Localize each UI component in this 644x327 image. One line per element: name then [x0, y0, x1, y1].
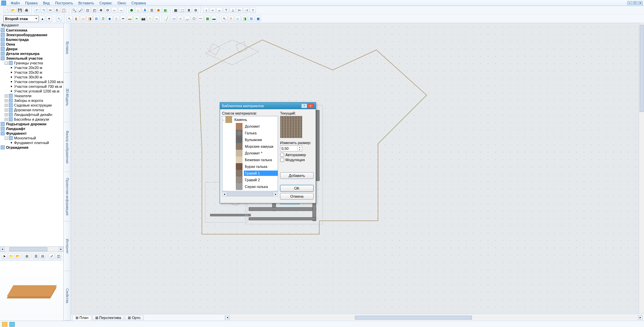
rect-tool[interactable]: ▭ [171, 16, 177, 22]
minimize-button[interactable]: – [627, 1, 632, 5]
align-4[interactable]: ⊤ [223, 7, 229, 13]
tree-item[interactable]: Участок секторный 1200 кв.м [0, 79, 63, 84]
tree-item[interactable]: Двери [0, 47, 63, 51]
lt-3[interactable]: 📂 [15, 253, 21, 259]
maximize-button[interactable]: □ [633, 1, 637, 5]
snap-button[interactable]: ⬚ [179, 7, 185, 13]
cut-button[interactable]: ✂ [47, 7, 53, 13]
menu-Файл[interactable]: Файл [8, 1, 22, 5]
size-input[interactable]: 0,50 [280, 145, 302, 151]
lt-1[interactable]: ➤ [1, 253, 7, 259]
add-button[interactable]: Добавить [280, 172, 314, 179]
materials-list[interactable]: -КаменьДоломитГалькаБулыжникМорские каму… [222, 116, 278, 191]
mod-5[interactable]: ⊞ [248, 16, 254, 22]
material-item[interactable]: Доломит [222, 123, 278, 130]
material-item[interactable]: Бежевая галька [222, 156, 278, 163]
floor-down-button[interactable]: ▾ [46, 16, 52, 22]
roof-tool[interactable]: ◆ [107, 16, 113, 22]
zoom-window-button[interactable]: ◰ [91, 7, 97, 13]
material-item[interactable]: -Камень [222, 116, 278, 123]
tree-item[interactable]: +Садовые конструкции [0, 103, 63, 108]
tree-item[interactable]: Фундамент плитный [0, 140, 63, 145]
lt-8[interactable]: ◫ [55, 253, 61, 259]
mod-1[interactable]: ↖ [221, 16, 227, 22]
light-tool[interactable]: ☀ [147, 16, 153, 22]
save-button[interactable]: 💾 [17, 7, 23, 13]
dialog-help-button[interactable]: ? [301, 104, 307, 108]
window-tool[interactable]: ⊞ [93, 16, 99, 22]
open-button[interactable]: 📂 [10, 7, 16, 13]
paste-button[interactable]: 📋 [61, 7, 67, 13]
tree-hscroll[interactable]: ◂▸ [0, 246, 63, 252]
status-icon-1[interactable] [2, 322, 7, 327]
dialog-close-button[interactable]: × [308, 104, 314, 108]
vtab-Вставка[interactable]: Вставка [64, 23, 71, 73]
tree-item[interactable]: +Указатели [0, 93, 63, 98]
arc-tool[interactable]: ◡ [184, 16, 190, 22]
tree-item[interactable]: Участок 20х30 м [0, 70, 63, 75]
mod-2[interactable]: ⎘ [228, 16, 234, 22]
tool-b-button[interactable]: ⌂ [135, 7, 141, 13]
material-item[interactable]: Серая галька [222, 183, 278, 190]
autosize-checkbox[interactable]: Авторазмер [280, 153, 314, 157]
align-6[interactable]: ⊢ [236, 7, 243, 13]
wall-tool[interactable]: ▮ [73, 16, 79, 22]
tree-item[interactable]: Ограждения [0, 145, 63, 150]
tree-item[interactable]: Участок угловой 1200 кв.м [0, 89, 63, 93]
ok-button[interactable]: OK [280, 185, 314, 192]
zoom-out-button[interactable]: 🔎 [78, 7, 84, 13]
tool-a-button[interactable]: ⬣ [128, 7, 135, 13]
tree-item[interactable]: -Монолитный [0, 136, 63, 140]
print-button[interactable]: 🖶 [23, 7, 30, 13]
zoom-prev-button[interactable]: ← [111, 7, 117, 13]
floor-select[interactable]: Второй этаж [3, 15, 39, 22]
align-2[interactable]: ⫟ [210, 7, 216, 13]
canvas-tab-План[interactable]: ⊞План [72, 315, 92, 320]
mod-4[interactable]: ◨ [241, 16, 248, 22]
align-7[interactable]: ⊣ [243, 7, 249, 13]
tree-item[interactable]: +Заборы и ворота [0, 98, 63, 103]
tree-item[interactable]: Земельный участок [0, 56, 63, 61]
material-item[interactable]: Бурая галька [222, 163, 278, 170]
cancel-button[interactable]: Отмена [280, 193, 314, 200]
canvas[interactable]: Библиотека материалов ? × Список материа… [71, 23, 644, 314]
tree-item[interactable]: Окна [0, 42, 63, 47]
text-button[interactable]: A [142, 7, 148, 13]
lt-5[interactable]: ☰ [33, 253, 39, 259]
menu-Вставить[interactable]: Вставить [76, 1, 97, 5]
spline-tool[interactable]: 〰 [198, 16, 204, 22]
pointer-tool[interactable]: ↖ [66, 16, 72, 22]
zoom-extents-button[interactable]: ⊡ [85, 7, 91, 13]
new-button[interactable]: 📄 [3, 7, 9, 13]
material-item[interactable]: Морские камушк [222, 143, 278, 150]
zoom-in-button[interactable]: 🔍 [71, 7, 77, 13]
poly-tool[interactable]: ⬠ [191, 16, 197, 22]
tool-d-button[interactable]: ⬢ [155, 7, 161, 13]
vtab-Интернет[interactable]: Интернет [64, 221, 71, 271]
close-button[interactable]: × [638, 1, 643, 5]
arrow-tool[interactable]: ↖ [56, 16, 62, 22]
lt-6[interactable]: ⊟ [40, 253, 46, 259]
hatch-tool[interactable]: ▦ [204, 16, 210, 22]
tool-c-button[interactable]: ☰ [149, 7, 155, 13]
settings-button[interactable]: ⚙ [193, 7, 199, 13]
line-tool[interactable]: ╱ [164, 16, 170, 22]
canvas-vscroll[interactable] [639, 23, 644, 314]
align-3[interactable]: ⫠ [216, 7, 222, 13]
menu-Вид[interactable]: Вид [40, 1, 52, 5]
lt-4[interactable]: ⊞ [24, 253, 30, 259]
stair-tool[interactable]: ☰ [100, 16, 106, 22]
dialog-titlebar[interactable]: Библиотека материалов ? × [220, 103, 316, 109]
menu-Сервис[interactable]: Сервис [97, 1, 115, 5]
copy-button[interactable]: ⎘ [54, 7, 60, 13]
material-item[interactable]: Галька [222, 130, 278, 136]
vtab-3D-Модель[interactable]: 3D-Модель [64, 73, 71, 122]
tree-item[interactable]: -Границы участка [0, 61, 63, 65]
tree-item[interactable]: +Дорожная плитка [0, 108, 63, 112]
room-tool[interactable]: ▭ [80, 16, 86, 22]
tree-item[interactable]: Ландшафт [0, 126, 63, 131]
material-item[interactable]: Гравий 1 [222, 170, 278, 177]
menu-Справка[interactable]: Справка [129, 1, 149, 5]
camera-tool[interactable]: 📷 [140, 16, 146, 22]
tree-item[interactable]: Фундамент [0, 131, 63, 136]
